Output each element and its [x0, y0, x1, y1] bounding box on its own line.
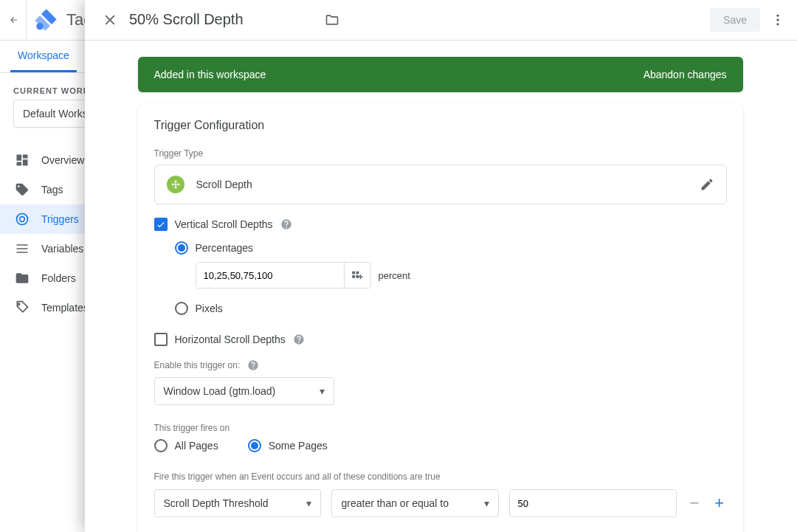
help-icon[interactable] [247, 359, 259, 371]
horizontal-scroll-label: Horizontal Scroll Depths [175, 334, 286, 345]
tag-icon [15, 182, 30, 197]
svg-point-4 [776, 18, 779, 21]
more-menu-button[interactable] [769, 13, 787, 27]
nav-overview-label: Overview [41, 154, 84, 166]
all-pages-radio[interactable] [154, 439, 168, 452]
trigger-type-label: Trigger Type [154, 148, 727, 159]
abandon-changes-link[interactable]: Abandon changes [644, 69, 727, 80]
conditions-label: Fire this trigger when an Event occurs a… [154, 471, 727, 482]
svg-rect-7 [356, 272, 359, 274]
condition-value-input[interactable] [510, 490, 676, 517]
svg-rect-6 [352, 272, 355, 274]
fires-on-label: This trigger fires on [154, 423, 727, 433]
dashboard-icon [15, 153, 30, 167]
percentages-label: Percentages [196, 242, 254, 254]
some-pages-radio[interactable] [248, 439, 261, 452]
trigger-type-name: Scroll Depth [196, 179, 252, 190]
remove-condition-button[interactable]: − [687, 494, 702, 513]
condition-variable-value: Scroll Depth Threshold [164, 497, 269, 509]
pixels-label: Pixels [196, 303, 223, 314]
condition-variable-select[interactable]: Scroll Depth Threshold ▾ [154, 489, 322, 517]
pencil-icon [700, 177, 714, 192]
all-pages-label: All Pages [175, 440, 218, 452]
percentages-input[interactable] [196, 263, 344, 288]
nav-triggers-label: Triggers [41, 213, 79, 225]
scroll-depth-icon [167, 176, 184, 193]
product-logo [34, 8, 58, 32]
help-icon[interactable] [280, 218, 292, 230]
svg-point-5 [776, 23, 779, 25]
trigger-type-selector[interactable]: Scroll Depth [154, 165, 727, 204]
nav-tags-label: Tags [41, 184, 63, 196]
folder-icon [15, 271, 30, 286]
nav-variables-label: Variables [41, 243, 83, 255]
vertical-scroll-checkbox[interactable] [154, 218, 168, 231]
help-icon[interactable] [293, 334, 305, 345]
enable-on-value: Window Load (gtm.load) [164, 385, 276, 397]
variables-icon [15, 241, 30, 256]
trigger-name-input[interactable] [129, 11, 316, 29]
pixels-radio[interactable] [175, 302, 188, 315]
trigger-config-title: Trigger Configuration [154, 119, 727, 132]
add-condition-button[interactable]: + [712, 494, 727, 513]
svg-point-2 [36, 23, 43, 30]
back-button[interactable] [9, 0, 27, 41]
horizontal-scroll-checkbox[interactable] [154, 333, 168, 346]
enable-on-label: Enable this trigger on: [154, 360, 241, 370]
condition-operator-value: greater than or equal to [341, 497, 449, 509]
folder-icon[interactable] [322, 10, 342, 30]
close-button[interactable] [95, 5, 125, 35]
svg-rect-8 [352, 275, 355, 278]
chevron-down-icon: ▾ [306, 497, 311, 509]
vertical-scroll-label: Vertical Scroll Depths [175, 218, 273, 230]
tab-workspace[interactable]: Workspace [10, 41, 77, 72]
percent-unit: percent [379, 270, 410, 281]
nav-templates-label: Templates [41, 302, 89, 314]
banner-text: Added in this workspace [154, 69, 266, 80]
chevron-down-icon: ▾ [484, 497, 489, 509]
condition-operator-select[interactable]: greater than or equal to ▾ [331, 489, 499, 517]
target-icon [15, 212, 30, 227]
chevron-down-icon: ▾ [320, 385, 325, 397]
percentages-radio[interactable] [175, 241, 188, 255]
svg-point-3 [776, 15, 779, 17]
some-pages-label: Some Pages [269, 440, 328, 452]
nav-folders-label: Folders [41, 272, 76, 284]
save-button[interactable]: Save [710, 8, 760, 32]
enable-on-select[interactable]: Window Load (gtm.load) ▾ [154, 377, 334, 405]
variable-picker-button[interactable] [344, 263, 370, 288]
templates-icon [15, 300, 30, 315]
trigger-edit-panel: Save Added in this workspace Abandon cha… [85, 0, 797, 532]
workspace-change-banner: Added in this workspace Abandon changes [138, 57, 743, 92]
